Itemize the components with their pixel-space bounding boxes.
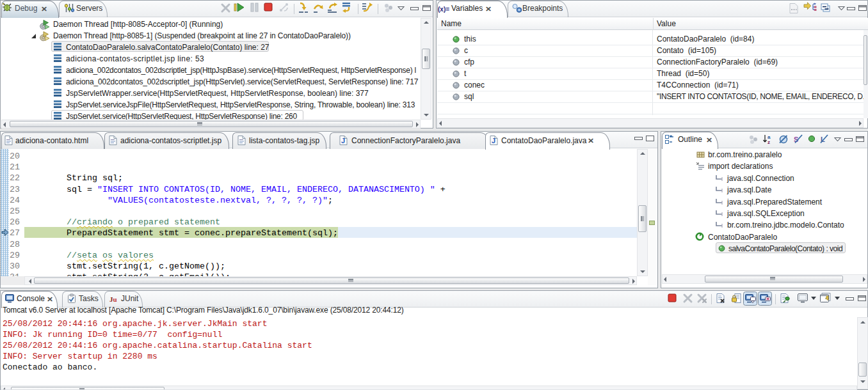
svg-text:(x)=: (x)= (438, 6, 449, 13)
svg-text:Ju: Ju (109, 295, 117, 303)
svg-text:J: J (341, 137, 345, 144)
svg-text:J: J (492, 137, 495, 144)
svg-text:z: z (768, 139, 770, 145)
